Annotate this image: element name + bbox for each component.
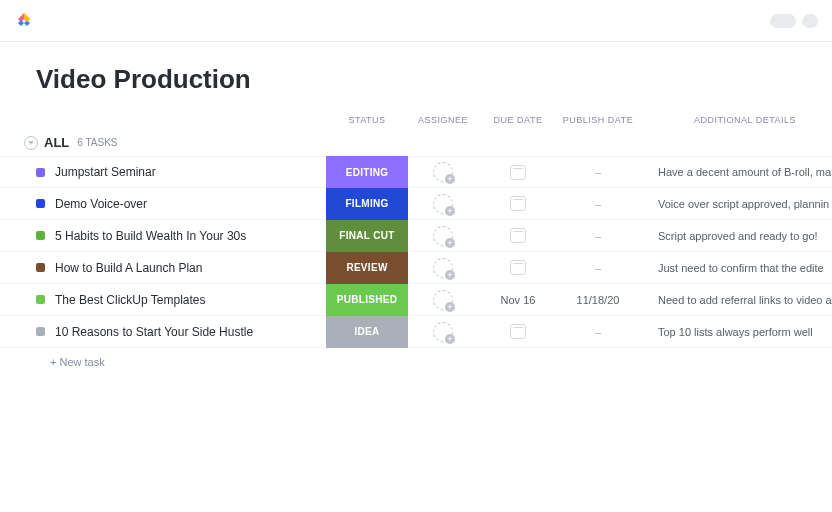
status-square-icon bbox=[36, 231, 45, 240]
assignee-add-icon[interactable] bbox=[433, 258, 453, 278]
status-badge[interactable]: EDITING bbox=[326, 156, 408, 188]
status-square-icon bbox=[36, 327, 45, 336]
assignee-add-icon[interactable] bbox=[433, 322, 453, 342]
status-cell[interactable]: PUBLISHED bbox=[326, 284, 408, 316]
publish-date-cell[interactable]: – bbox=[558, 326, 638, 338]
app-logo bbox=[14, 11, 34, 31]
due-date-cell[interactable]: Nov 16 bbox=[478, 294, 558, 306]
details-cell[interactable]: Top 10 lists always perform well bbox=[638, 326, 832, 338]
columns-header: STATUS ASSIGNEE DUE DATE PUBLISH DATE AD… bbox=[0, 109, 832, 131]
chevron-down-icon[interactable] bbox=[24, 136, 38, 150]
task-list: Jumpstart SeminarEDITING–Have a decent a… bbox=[0, 156, 832, 348]
calendar-icon[interactable] bbox=[510, 165, 526, 180]
task-title-cell[interactable]: Demo Voice-over bbox=[36, 197, 326, 211]
status-badge[interactable]: FILMING bbox=[326, 188, 408, 220]
assignee-cell[interactable] bbox=[408, 194, 478, 214]
task-title: How to Build A Launch Plan bbox=[55, 261, 202, 275]
topbar-pill-small[interactable] bbox=[802, 14, 818, 28]
due-date-cell[interactable] bbox=[478, 228, 558, 243]
task-title: Jumpstart Seminar bbox=[55, 165, 156, 179]
col-header-details[interactable]: ADDITIONAL DETAILS bbox=[638, 115, 832, 125]
group-count: 6 TASKS bbox=[77, 137, 117, 148]
new-task-button[interactable]: + New task bbox=[0, 348, 832, 368]
group-header[interactable]: ALL 6 TASKS bbox=[0, 131, 832, 156]
task-row[interactable]: Jumpstart SeminarEDITING–Have a decent a… bbox=[0, 156, 832, 188]
col-header-assignee[interactable]: ASSIGNEE bbox=[408, 115, 478, 125]
status-square-icon bbox=[36, 295, 45, 304]
details-cell[interactable]: Just need to confirm that the edite bbox=[638, 262, 832, 274]
publish-date-cell[interactable]: 11/18/20 bbox=[558, 294, 638, 306]
publish-date-cell[interactable]: – bbox=[558, 230, 638, 242]
assignee-cell[interactable] bbox=[408, 290, 478, 310]
details-cell[interactable]: Have a decent amount of B-roll, ma bbox=[638, 166, 832, 178]
task-title: Demo Voice-over bbox=[55, 197, 147, 211]
assignee-add-icon[interactable] bbox=[433, 226, 453, 246]
task-row[interactable]: Demo Voice-overFILMING–Voice over script… bbox=[0, 188, 832, 220]
publish-date-cell[interactable]: – bbox=[558, 198, 638, 210]
due-date-cell[interactable] bbox=[478, 260, 558, 275]
assignee-add-icon[interactable] bbox=[433, 290, 453, 310]
details-cell[interactable]: Need to add referral links to video a bbox=[638, 294, 832, 306]
task-row[interactable]: The Best ClickUp TemplatesPUBLISHEDNov 1… bbox=[0, 284, 832, 316]
publish-date-cell[interactable]: – bbox=[558, 262, 638, 274]
due-date-cell[interactable] bbox=[478, 196, 558, 211]
status-cell[interactable]: EDITING bbox=[326, 156, 408, 188]
assignee-cell[interactable] bbox=[408, 322, 478, 342]
calendar-icon[interactable] bbox=[510, 196, 526, 211]
task-title-cell[interactable]: 10 Reasons to Start Your Side Hustle bbox=[36, 325, 326, 339]
col-header-status[interactable]: STATUS bbox=[326, 115, 408, 125]
assignee-cell[interactable] bbox=[408, 258, 478, 278]
calendar-icon[interactable] bbox=[510, 260, 526, 275]
task-row[interactable]: How to Build A Launch PlanREVIEW–Just ne… bbox=[0, 252, 832, 284]
status-cell[interactable]: FINAL CUT bbox=[326, 220, 408, 252]
status-square-icon bbox=[36, 199, 45, 208]
topbar-pill[interactable] bbox=[770, 14, 796, 28]
task-title-cell[interactable]: The Best ClickUp Templates bbox=[36, 293, 326, 307]
task-title: 10 Reasons to Start Your Side Hustle bbox=[55, 325, 253, 339]
page-title: Video Production bbox=[0, 42, 832, 109]
details-cell[interactable]: Voice over script approved, plannin bbox=[638, 198, 832, 210]
task-row[interactable]: 5 Habits to Build Wealth In Your 30sFINA… bbox=[0, 220, 832, 252]
status-cell[interactable]: IDEA bbox=[326, 316, 408, 348]
task-title-cell[interactable]: 5 Habits to Build Wealth In Your 30s bbox=[36, 229, 326, 243]
status-square-icon bbox=[36, 168, 45, 177]
task-title: The Best ClickUp Templates bbox=[55, 293, 206, 307]
task-row[interactable]: 10 Reasons to Start Your Side HustleIDEA… bbox=[0, 316, 832, 348]
col-header-due[interactable]: DUE DATE bbox=[478, 115, 558, 125]
due-date-cell[interactable] bbox=[478, 324, 558, 339]
status-badge[interactable]: PUBLISHED bbox=[326, 284, 408, 316]
status-square-icon bbox=[36, 263, 45, 272]
status-badge[interactable]: IDEA bbox=[326, 316, 408, 348]
publish-date-cell[interactable]: – bbox=[558, 166, 638, 178]
status-badge[interactable]: REVIEW bbox=[326, 252, 408, 284]
group-name: ALL bbox=[44, 135, 69, 150]
col-header-publish[interactable]: PUBLISH DATE bbox=[558, 115, 638, 125]
topbar bbox=[0, 0, 832, 42]
topbar-actions bbox=[770, 14, 818, 28]
assignee-add-icon[interactable] bbox=[433, 194, 453, 214]
status-badge[interactable]: FINAL CUT bbox=[326, 220, 408, 252]
task-title: 5 Habits to Build Wealth In Your 30s bbox=[55, 229, 246, 243]
task-title-cell[interactable]: How to Build A Launch Plan bbox=[36, 261, 326, 275]
task-title-cell[interactable]: Jumpstart Seminar bbox=[36, 165, 326, 179]
status-cell[interactable]: FILMING bbox=[326, 188, 408, 220]
assignee-cell[interactable] bbox=[408, 162, 478, 182]
status-cell[interactable]: REVIEW bbox=[326, 252, 408, 284]
calendar-icon[interactable] bbox=[510, 228, 526, 243]
assignee-add-icon[interactable] bbox=[433, 162, 453, 182]
details-cell[interactable]: Script approved and ready to go! bbox=[638, 230, 832, 242]
due-date-cell[interactable] bbox=[478, 165, 558, 180]
assignee-cell[interactable] bbox=[408, 226, 478, 246]
calendar-icon[interactable] bbox=[510, 324, 526, 339]
